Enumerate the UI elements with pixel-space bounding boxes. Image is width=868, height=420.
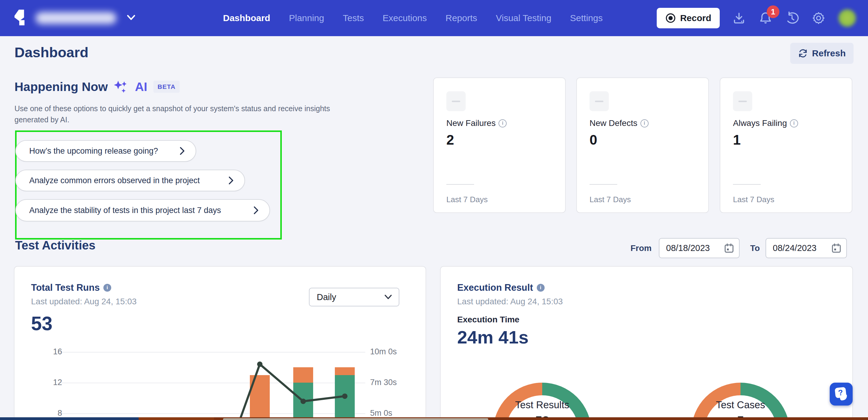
refresh-button[interactable]: Refresh bbox=[790, 43, 854, 64]
metric-value: 0 bbox=[590, 132, 597, 148]
divider bbox=[733, 184, 761, 185]
chart-gridline bbox=[58, 413, 365, 414]
ai-prompt-release-button[interactable]: How’s the upcoming release going? bbox=[16, 140, 196, 162]
total-test-runs-chart: 1610m 0s127m 30s85m 0s bbox=[14, 267, 426, 420]
last-updated-text: Last updated: Aug 24, 15:03 bbox=[457, 297, 563, 306]
settings-gear-icon[interactable] bbox=[811, 11, 826, 25]
calendar-icon[interactable] bbox=[832, 244, 841, 253]
chevron-right-icon bbox=[179, 147, 185, 156]
right-axis-tick: 7m 30s bbox=[370, 378, 397, 387]
test-cases-donut-label: Test Cases bbox=[680, 399, 801, 411]
bar-failed-segment[interactable] bbox=[293, 367, 313, 383]
metric-title: New Defects bbox=[590, 119, 638, 128]
execution-result-card: Execution Result i Last updated: Aug 24,… bbox=[440, 266, 853, 420]
app-logo-icon[interactable] bbox=[14, 10, 30, 27]
record-button[interactable]: Record bbox=[657, 8, 720, 28]
info-icon[interactable]: i bbox=[498, 119, 507, 127]
help-chat-icon-tail bbox=[840, 395, 847, 401]
metric-period: Last 7 Days bbox=[590, 195, 631, 204]
beta-badge: BETA bbox=[153, 81, 180, 93]
happening-now-title: Happening Now bbox=[14, 80, 108, 94]
from-date-input[interactable]: 08/18/2023 bbox=[659, 238, 740, 258]
nav-item-executions[interactable]: Executions bbox=[383, 13, 427, 23]
nav-item-tests[interactable]: Tests bbox=[343, 13, 364, 23]
happening-now-description: Use one of these options to quickly get … bbox=[14, 103, 337, 125]
history-icon[interactable] bbox=[785, 11, 799, 25]
nav-item-dashboard[interactable]: Dashboard bbox=[223, 13, 270, 23]
desktop-edge-strip bbox=[0, 417, 868, 420]
nav-item-settings[interactable]: Settings bbox=[570, 13, 602, 23]
bar-failed-segment[interactable] bbox=[250, 375, 270, 420]
ai-prompt-errors-button[interactable]: Analyze common errors observed in the pr… bbox=[16, 170, 245, 191]
main-nav-menu: Dashboard Planning Tests Executions Repo… bbox=[223, 0, 603, 36]
metric-title: New Failures bbox=[446, 119, 495, 128]
total-test-runs-card: Total Test Runs i Last updated: Aug 24, … bbox=[14, 266, 426, 420]
desktop-edge-dock bbox=[223, 418, 488, 420]
always-failing-card: Always Failing i 1 Last 7 Days bbox=[720, 77, 852, 213]
new-failures-card: New Failures i 2 Last 7 Days bbox=[433, 77, 566, 213]
project-name-blurred[interactable] bbox=[36, 12, 116, 24]
execution-time-value: 24m 41s bbox=[457, 327, 529, 348]
nav-item-planning[interactable]: Planning bbox=[289, 13, 324, 23]
nav-item-reports[interactable]: Reports bbox=[445, 13, 477, 23]
metric-icon-placeholder bbox=[590, 91, 609, 111]
bar-failed-segment[interactable] bbox=[335, 367, 355, 375]
happening-now-header: Happening Now AI BETA bbox=[14, 79, 180, 95]
metric-icon-placeholder bbox=[733, 91, 752, 111]
chart-gridline bbox=[58, 352, 365, 353]
calendar-icon[interactable] bbox=[724, 244, 734, 253]
execution-time-label: Execution Time bbox=[457, 315, 519, 324]
user-avatar[interactable] bbox=[838, 9, 857, 27]
info-icon[interactable]: i bbox=[641, 119, 649, 127]
test-results-donut-label: Test Results bbox=[482, 399, 602, 411]
left-axis-tick: 8 bbox=[38, 409, 62, 418]
test-activities-title: Test Activities bbox=[15, 238, 96, 252]
chevron-right-icon bbox=[227, 176, 234, 185]
notifications-control: 1 bbox=[758, 11, 773, 25]
nav-right-controls: Record 1 bbox=[657, 0, 857, 36]
metric-icon-placeholder bbox=[446, 91, 466, 111]
metric-period: Last 7 Days bbox=[446, 195, 488, 204]
duration-line-overlay bbox=[14, 267, 426, 420]
ai-sparkle-icon bbox=[113, 79, 128, 95]
divider bbox=[446, 184, 474, 185]
refresh-icon bbox=[798, 49, 808, 58]
project-switcher-chevron-down-icon[interactable] bbox=[127, 14, 135, 21]
from-label: From bbox=[630, 244, 652, 253]
divider bbox=[590, 184, 617, 185]
to-label: To bbox=[750, 244, 760, 253]
notification-badge: 1 bbox=[767, 5, 779, 18]
download-icon[interactable] bbox=[732, 11, 746, 25]
chart-gridline bbox=[58, 383, 365, 383]
metric-title: Always Failing bbox=[733, 119, 787, 128]
new-defects-card: New Defects i 0 Last 7 Days bbox=[576, 77, 709, 213]
to-date-input[interactable]: 08/24/2023 bbox=[766, 238, 847, 258]
right-axis-tick: 5m 0s bbox=[370, 409, 393, 418]
help-chat-button[interactable]: ? bbox=[830, 383, 852, 406]
bar-passed-segment[interactable] bbox=[293, 383, 313, 420]
desktop-edge-blue bbox=[0, 417, 138, 420]
ai-label: AI bbox=[135, 80, 147, 94]
desktop-edge-rust bbox=[138, 417, 214, 420]
bar-passed-segment[interactable] bbox=[335, 375, 355, 420]
chevron-right-icon bbox=[253, 206, 259, 215]
page-title: Dashboard bbox=[14, 44, 89, 61]
info-icon[interactable]: i bbox=[537, 284, 545, 292]
nav-item-visual-testing[interactable]: Visual Testing bbox=[496, 13, 551, 23]
info-icon[interactable]: i bbox=[790, 119, 798, 127]
right-axis-tick: 10m 0s bbox=[370, 347, 397, 356]
dashboard-screen: Dashboard Planning Tests Executions Repo… bbox=[0, 0, 868, 420]
metric-value: 2 bbox=[446, 132, 454, 148]
left-axis-tick: 12 bbox=[38, 378, 62, 387]
metric-value: 1 bbox=[733, 132, 741, 148]
ai-prompt-stability-button[interactable]: Analyze the stability of tests in this p… bbox=[16, 199, 270, 221]
metric-period: Last 7 Days bbox=[733, 195, 774, 204]
record-icon bbox=[665, 13, 676, 24]
left-axis-tick: 16 bbox=[38, 347, 62, 356]
top-nav-bar: Dashboard Planning Tests Executions Repo… bbox=[0, 0, 868, 36]
execution-result-title: Execution Result bbox=[457, 282, 533, 293]
